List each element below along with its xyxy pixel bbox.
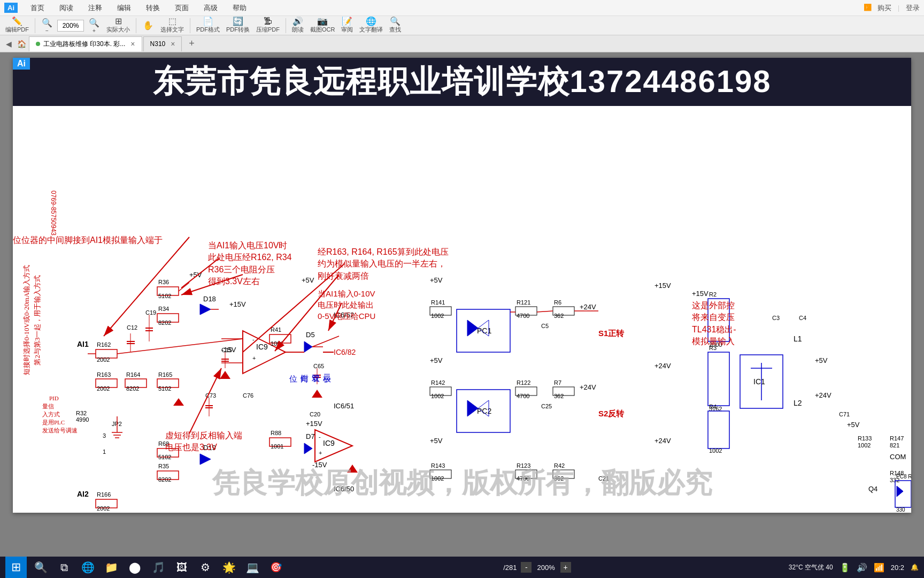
zoom-in-btn[interactable]: 🔍 + (86, 17, 102, 35)
svg-text:+5V: +5V (302, 276, 314, 284)
svg-text:R121: R121 (517, 299, 530, 306)
svg-text:C5: C5 (541, 323, 549, 329)
svg-text:+5V: +5V (430, 276, 443, 284)
login-btn[interactable]: 登录 (906, 3, 920, 13)
menu-edit[interactable]: 编辑 (115, 2, 133, 14)
pdf-format-btn[interactable]: 📄 PDF格式 (194, 16, 222, 35)
zoom-out-icon: 🔍 (42, 18, 52, 28)
taskbar-app6[interactable]: 🎯 (266, 558, 286, 577)
svg-text:R165: R165 (158, 371, 172, 378)
svg-text:1002: 1002 (431, 393, 444, 399)
tab-1[interactable]: 工业电路板维修 印30本. 彩... × (29, 36, 142, 51)
svg-text:C20: C20 (310, 411, 320, 417)
svg-text:8202: 8202 (158, 320, 171, 326)
screenshot-icon: 📷 (317, 17, 328, 26)
svg-text:PC8 R1...: PC8 R1... (896, 474, 911, 480)
edit-pdf-btn[interactable]: ✏️ 编辑PDF (3, 16, 31, 35)
taskbar-app2[interactable]: 🖼 (172, 558, 191, 577)
actual-size-btn[interactable]: ⊞ 实际大小 (104, 16, 132, 35)
app-badge: Ai (4, 3, 18, 13)
svg-text:+5V: +5V (815, 356, 828, 364)
taskbar-app5[interactable]: 💻 (243, 558, 262, 577)
svg-text:+15V: +15V (692, 290, 709, 298)
svg-text:+: + (319, 450, 322, 456)
taskbar-ie[interactable]: 🌐 (78, 558, 97, 577)
svg-text:1002: 1002 (431, 313, 444, 319)
zoom-out-btn[interactable]: 🔍 − (39, 17, 55, 35)
buy-btn[interactable]: 购买 (877, 3, 891, 13)
taskbar-folder[interactable]: 📁 (102, 558, 121, 577)
menu-annotate[interactable]: 注释 (86, 2, 104, 14)
watermark: 凭良学校原创视频，版权所有，翻版必究 (212, 465, 712, 502)
review-btn[interactable]: 📝 审阅 (339, 16, 355, 35)
zoom-input[interactable] (57, 20, 84, 32)
svg-text:+15V: +15V (306, 420, 322, 428)
svg-text:+24V: +24V (815, 391, 831, 399)
status-right: 32°C 空气优 40 🔋 🔊 📶 20:2 🔔 (789, 562, 919, 573)
tts-icon: 🔊 (292, 17, 303, 26)
svg-text:R163: R163 (97, 371, 111, 378)
pdf-header: Ai 东莞市凭良远程职业培训学校13724486198 (13, 58, 911, 106)
svg-text:COM: COM (890, 453, 906, 461)
pdf-format-icon: 📄 (203, 17, 213, 26)
edit-pdf-icon: ✏️ (12, 17, 22, 26)
svg-text:4700: 4700 (517, 393, 529, 399)
toolbar: ✏️ 编辑PDF 🔍 − 🔍 + ⊞ 实际大小 ✋ ⬚ 选择文字 📄 PDF格式… (0, 16, 924, 35)
tab-2-close[interactable]: × (171, 40, 175, 48)
svg-text:R32: R32 (76, 410, 87, 416)
zoom-minus-btn[interactable]: - (521, 562, 532, 573)
svg-text:C3: C3 (772, 315, 780, 321)
svg-text:-: - (319, 434, 321, 440)
svg-text:1001: 1001 (271, 443, 283, 450)
taskbar-search[interactable]: 🔍 (31, 558, 50, 577)
tab-home-btn[interactable]: 🏠 (15, 37, 28, 50)
svg-text:362: 362 (554, 313, 564, 319)
menu-page[interactable]: 页面 (173, 2, 191, 14)
menu-read[interactable]: 阅读 (57, 2, 75, 14)
menu-home[interactable]: 首页 (28, 2, 47, 14)
svg-text:D7: D7 (306, 432, 315, 440)
svg-text:C71: C71 (839, 411, 850, 417)
svg-text:IC9: IC9 (256, 343, 268, 351)
tts-label: 朗读 (292, 26, 304, 34)
svg-text:+: + (252, 355, 256, 361)
content-area: Ai 东莞市凭良远程职业培训学校13724486198 短接时选择0-10V或0… (0, 52, 924, 557)
svg-text:R141: R141 (431, 299, 445, 306)
zoom-plus-btn[interactable]: + (560, 562, 571, 573)
svg-text:IC6/82: IC6/82 (334, 348, 356, 356)
sep4 (286, 18, 286, 33)
svg-text:1002: 1002 (858, 442, 871, 448)
taskbar-chrome[interactable]: ⬤ (125, 558, 144, 577)
tts-btn[interactable]: 🔊 朗读 (290, 16, 306, 35)
network-icon: 📶 (874, 562, 884, 573)
svg-text:R3: R3 (709, 345, 717, 351)
start-button[interactable]: ⊞ (5, 557, 27, 578)
taskbar-app1[interactable]: 🎵 (149, 558, 168, 577)
svg-text:R88: R88 (271, 430, 281, 436)
tab-1-close[interactable]: × (130, 40, 135, 48)
menu-convert[interactable]: 转换 (144, 2, 162, 14)
tab-add-btn[interactable]: + (184, 36, 199, 51)
pdf-convert-btn[interactable]: 🔄 PDF转换 (224, 16, 252, 35)
svg-text:短接时选择0-10V或0-20mA输入方式: 短接时选择0-10V或0-20mA输入方式 (22, 265, 30, 376)
svg-text:C19: C19 (145, 309, 156, 316)
search-icon: 🔍 (390, 17, 401, 26)
volume-icon[interactable]: 🔊 (857, 562, 867, 573)
menu-help[interactable]: 帮助 (230, 2, 249, 14)
pdf-compress-btn[interactable]: 🗜 压缩PDF (254, 16, 282, 35)
hand-btn[interactable]: ✋ (140, 20, 156, 31)
search-btn[interactable]: 🔍 查找 (387, 16, 403, 35)
taskbar-taskview[interactable]: ⧉ (55, 558, 74, 577)
select-btn[interactable]: ⬚ 选择文字 (158, 16, 186, 35)
taskbar-app3[interactable]: ⚙ (196, 558, 215, 577)
taskbar-app4[interactable]: 🌟 (219, 558, 238, 577)
menu-advanced[interactable]: 高级 (202, 2, 220, 14)
status-bar: ⊞ 🔍 ⧉ 🌐 📁 ⬤ 🎵 🖼 ⚙ 🌟 💻 🎯 /281 - 200% + 32… (0, 557, 924, 578)
select-label: 选择文字 (160, 26, 184, 34)
hand-icon: ✋ (143, 21, 153, 30)
translate-btn[interactable]: 🌐 文字翻译 (357, 16, 385, 35)
screenshot-btn[interactable]: 📷 截图OCR (308, 16, 337, 35)
svg-text:R7: R7 (554, 379, 561, 386)
tab-2[interactable]: N310 × (143, 36, 182, 51)
tab-back-btn[interactable]: ◀ (2, 37, 15, 50)
